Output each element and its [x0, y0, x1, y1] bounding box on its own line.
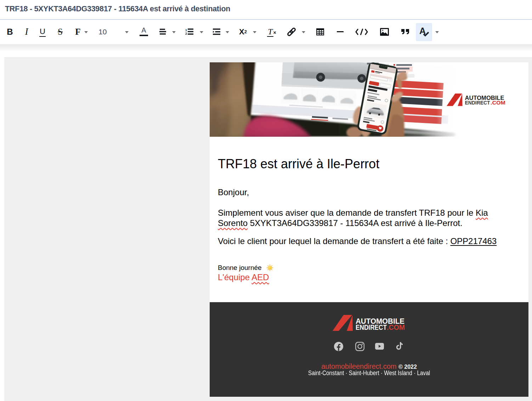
- svg-text:.COM: .COM: [491, 100, 505, 106]
- svg-text:2: 2: [185, 32, 187, 35]
- svg-text:.COM: .COM: [387, 323, 405, 331]
- svg-text:1: 1: [185, 28, 187, 32]
- svg-text:ENDIRECT: ENDIRECT: [465, 100, 490, 106]
- svg-text:ENDIRECT: ENDIRECT: [356, 323, 387, 331]
